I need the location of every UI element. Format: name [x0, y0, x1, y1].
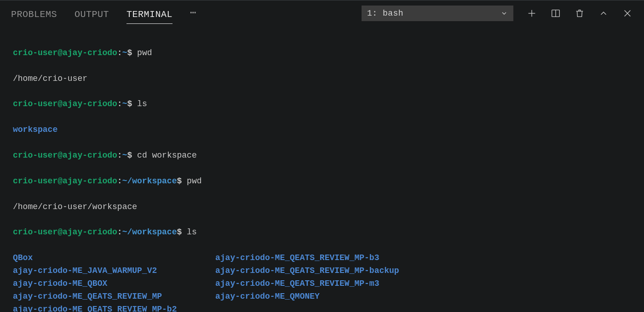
plus-icon [527, 8, 537, 18]
panel-header: PROBLEMS OUTPUT TERMINAL ⋯ 1: bash [0, 0, 644, 26]
maximize-panel-button[interactable] [598, 8, 609, 19]
list-item: ajay-criodo-ME_QEATS_REVIEW_MP-backup [215, 265, 631, 278]
list-item: ajay-criodo-ME_QEATS_REVIEW_MP-m3 [215, 278, 631, 290]
output-line: /home/crio-user [13, 73, 631, 85]
list-item: QBox [13, 252, 215, 265]
close-icon [622, 8, 632, 18]
prompt-line: crio-user@ajay-criodo:~$ ls [13, 98, 631, 111]
list-item: ajay-criodo-ME_QEATS_REVIEW_MP [13, 290, 215, 303]
list-item: ajay-criodo-ME_QBOX [13, 278, 215, 290]
more-actions-icon[interactable]: ⋯ [190, 8, 196, 18]
ls-workspace-output: QBoxajay-criodo-ME_QEATS_REVIEW_MP-b3 aj… [13, 252, 631, 312]
split-terminal-button[interactable] [550, 8, 561, 19]
list-item: ajay-criodo-ME_JAVA_WARMUP_V2 [13, 265, 215, 278]
tab-terminal[interactable]: TERMINAL [126, 3, 172, 24]
prompt-line: crio-user@ajay-criodo:~$ cd workspace [13, 149, 631, 162]
new-terminal-button[interactable] [526, 8, 537, 19]
split-pane-icon [551, 8, 561, 18]
panel-tabs: PROBLEMS OUTPUT TERMINAL ⋯ [11, 0, 196, 26]
prompt-line: crio-user@ajay-criodo:~$ pwd [13, 47, 631, 60]
list-item: ajay-criodo-ME_QMONEY [215, 290, 631, 303]
terminal-select-label: 1: bash [367, 9, 403, 18]
panel-header-actions: 1: bash [362, 6, 633, 21]
kill-terminal-button[interactable] [574, 8, 585, 19]
prompt-line: crio-user@ajay-criodo:~/workspace$ pwd [13, 175, 631, 188]
tab-output[interactable]: OUTPUT [75, 3, 109, 24]
terminal-output[interactable]: crio-user@ajay-criodo:~$ pwd /home/crio-… [0, 26, 644, 312]
tab-problems[interactable]: PROBLEMS [11, 3, 57, 24]
chevron-up-icon [598, 8, 609, 18]
output-line: /home/crio-user/workspace [13, 201, 631, 214]
close-panel-button[interactable] [622, 8, 633, 19]
list-item [215, 303, 631, 312]
list-item: ajay-criodo-ME_QEATS_REVIEW_MP-b2 [13, 303, 215, 312]
output-line: workspace [13, 124, 631, 136]
list-item: ajay-criodo-ME_QEATS_REVIEW_MP-b3 [215, 252, 631, 265]
chevron-down-icon [500, 10, 508, 17]
terminal-select[interactable]: 1: bash [362, 6, 513, 21]
trash-icon [575, 8, 585, 18]
prompt-line: crio-user@ajay-criodo:~/workspace$ ls [13, 226, 631, 239]
